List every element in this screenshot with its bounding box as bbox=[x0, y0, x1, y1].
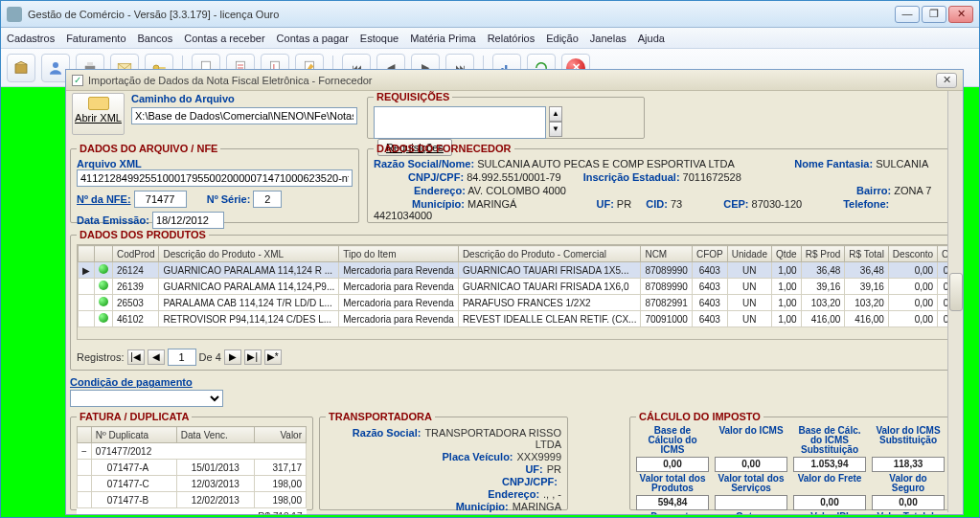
nav-extra-button[interactable]: ▶* bbox=[264, 349, 282, 365]
toolbar-box-icon[interactable] bbox=[7, 54, 35, 82]
nf-label: Nome Fantasia: bbox=[794, 158, 873, 169]
dados-produtos-legend: DADOS DOS PRODUTOS bbox=[77, 229, 209, 240]
calc-v3: 1.053,94 bbox=[793, 457, 866, 472]
prod-col-4[interactable]: Tipo do Item bbox=[339, 246, 459, 262]
emissao-label: Data Emissão: bbox=[77, 214, 149, 226]
menu-contas-pagar[interactable]: Contas a pagar bbox=[277, 33, 349, 44]
fatura-group: FATURA / DUPLICATA Nº Duplicata Data Ven… bbox=[70, 411, 313, 510]
menu-relatorios[interactable]: Relatórios bbox=[488, 33, 536, 44]
prod-col-9[interactable]: Qtde bbox=[771, 246, 801, 262]
dados-arquivo-legend: DADOS DO ARQUIVO / NFE bbox=[77, 143, 220, 154]
spin-down-icon[interactable]: ▼ bbox=[549, 122, 562, 137]
cep-label: CEP: bbox=[723, 198, 748, 210]
serie-input[interactable] bbox=[253, 191, 282, 208]
menu-materia-prima[interactable]: Matéria Prima bbox=[410, 33, 475, 44]
calc-v6 bbox=[715, 495, 787, 510]
t-uf-label: UF: bbox=[455, 463, 543, 475]
prod-col-10[interactable]: R$ Prod bbox=[801, 246, 845, 262]
prod-col-2[interactable]: CodProd bbox=[113, 246, 159, 262]
vertical-scrollbar[interactable] bbox=[947, 91, 963, 512]
calc-v8: 0,00 bbox=[872, 495, 945, 510]
uf-value: PR bbox=[617, 198, 631, 210]
prod-col-11[interactable]: R$ Total bbox=[845, 246, 889, 262]
t-rs-value: TRANSPORTADORA RISSO LTDA bbox=[424, 427, 561, 450]
requisicoes-textarea[interactable] bbox=[374, 106, 546, 139]
calc-v2: 0,00 bbox=[715, 457, 787, 472]
t-mun-value: MARINGA bbox=[513, 501, 561, 512]
prod-col-6[interactable]: NCM bbox=[641, 246, 693, 262]
app-icon bbox=[7, 7, 22, 22]
t-cnpj-label: CNPJ/CPF: bbox=[469, 476, 558, 487]
prod-col-7[interactable]: CFOP bbox=[692, 246, 727, 262]
table-row[interactable]: 46102RETROVISOR P94,114,124 C/DES L...Me… bbox=[79, 311, 964, 327]
bairro-label: Bairro: bbox=[856, 185, 891, 196]
prod-col-1[interactable] bbox=[95, 246, 113, 262]
checkbox-icon[interactable]: ✓ bbox=[72, 75, 83, 86]
prod-col-0[interactable] bbox=[79, 246, 95, 262]
nf-value: SULCANIA bbox=[876, 158, 928, 169]
calc-h2: Valor do ICMS bbox=[715, 426, 787, 455]
abrir-xml-button[interactable]: Abrir XML bbox=[72, 93, 125, 135]
calc-h3: Base de Cálc. do ICMS Substituição bbox=[793, 426, 866, 455]
condicao-pagamento: Condição de pagamento bbox=[70, 376, 223, 407]
table-row[interactable]: −071477/2012 bbox=[78, 443, 307, 460]
prod-col-12[interactable]: Desconto bbox=[888, 246, 937, 262]
nav-last-button[interactable]: ▶| bbox=[244, 349, 262, 365]
titlebar: Gestão de Comércio - Versão [3.3.179] - … bbox=[1, 1, 979, 28]
t-mun-label: Município: bbox=[421, 501, 509, 512]
table-row[interactable]: 26503PARALAMA CAB 114,124 T/R LD/D L...M… bbox=[79, 295, 964, 311]
ie-value: 7011672528 bbox=[683, 171, 741, 183]
calc-h7: Valor do Frete bbox=[793, 474, 866, 493]
cid-label: CID: bbox=[646, 198, 668, 210]
svg-rect-0 bbox=[15, 64, 27, 73]
t-placa-value: XXX9999 bbox=[517, 451, 561, 462]
menu-janelas[interactable]: Janelas bbox=[590, 33, 627, 44]
arquivo-xml-label: Arquivo XML bbox=[77, 158, 142, 169]
menu-estoque[interactable]: Estoque bbox=[360, 33, 399, 44]
folder-icon bbox=[88, 97, 109, 110]
calculo-imposto-group: CÁLCULO DO IMPOSTO Base de Cálculo do IC… bbox=[629, 411, 951, 510]
fatura-col-0: Nº Duplicata bbox=[91, 427, 176, 443]
menu-ajuda[interactable]: Ajuda bbox=[638, 33, 665, 44]
prod-col-8[interactable]: Unidade bbox=[727, 246, 771, 262]
menu-contas-receber[interactable]: Contas a receber bbox=[184, 33, 264, 44]
prod-col-5[interactable]: Descrição do Produto - Comercial bbox=[458, 246, 641, 262]
calc-v4: 118,33 bbox=[872, 457, 945, 472]
close-button[interactable]: ✕ bbox=[948, 6, 973, 23]
uf-label: UF: bbox=[596, 198, 613, 210]
scrollbar-thumb[interactable] bbox=[949, 273, 963, 311]
transportadora-group: TRANSPORTADORA Razão Social:TRANSPORTADO… bbox=[319, 411, 568, 510]
fatura-legend: FATURA / DUPLICATA bbox=[77, 411, 192, 422]
dados-arquivo-group: DADOS DO ARQUIVO / NFE Arquivo XML Nº da… bbox=[70, 143, 359, 223]
arquivo-xml-input[interactable] bbox=[77, 169, 353, 187]
page-input[interactable] bbox=[168, 349, 196, 366]
menu-faturamento[interactable]: Faturamento bbox=[66, 33, 125, 44]
menu-bancos[interactable]: Bancos bbox=[138, 33, 173, 44]
caminho-input[interactable] bbox=[131, 107, 357, 124]
nav-next-button[interactable]: ▶ bbox=[224, 349, 241, 365]
dados-produtos-group: DADOS DOS PRODUTOS CodProdDescrição do P… bbox=[70, 229, 963, 371]
table-row[interactable]: 071477-A15/01/2013317,17 bbox=[78, 460, 307, 476]
calc-h5: Valor total dos Produtos bbox=[636, 474, 709, 493]
cond-select[interactable] bbox=[70, 390, 223, 407]
table-row[interactable]: 26139GUARNICAO PARALAMA 114,124,P9...Mer… bbox=[79, 279, 964, 295]
minimize-button[interactable]: — bbox=[895, 6, 920, 23]
table-row[interactable]: ▶26124GUARNICAO PARALAMA 114,124 R ...Me… bbox=[79, 262, 964, 279]
main-window: Gestão de Comércio - Versão [3.3.179] - … bbox=[0, 0, 980, 518]
calc-h11: Valor IPI bbox=[793, 512, 866, 514]
emissao-input[interactable] bbox=[152, 212, 224, 229]
table-row[interactable]: 071477-C12/03/2013198,00 bbox=[78, 476, 307, 492]
serie-label: Nº Série: bbox=[207, 193, 251, 205]
inner-close-button[interactable]: ✕ bbox=[936, 73, 957, 88]
nav-first-button[interactable]: |◀ bbox=[127, 349, 145, 365]
menu-edicao[interactable]: Edição bbox=[546, 33, 579, 44]
spin-up-icon[interactable]: ▲ bbox=[549, 106, 562, 122]
menu-cadastros[interactable]: Cadastros bbox=[7, 33, 55, 44]
maximize-button[interactable]: ❐ bbox=[922, 6, 946, 23]
prod-col-3[interactable]: Descrição do Produto - XML bbox=[159, 246, 339, 262]
table-row[interactable]: 071477-B12/02/2013198,00 bbox=[78, 492, 307, 508]
registros-label: Registros: bbox=[77, 351, 125, 363]
nav-prev-button[interactable]: ◀ bbox=[148, 349, 165, 365]
nfe-input[interactable] bbox=[134, 191, 187, 208]
calc-h4: Valor do ICMS Substituição bbox=[872, 426, 945, 455]
